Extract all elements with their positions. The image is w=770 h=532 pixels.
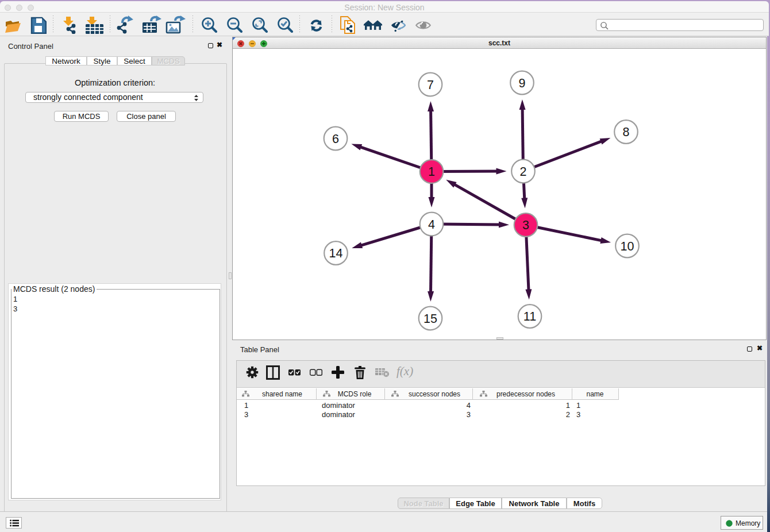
svg-text:3: 3	[522, 218, 529, 232]
svg-text:14: 14	[329, 246, 343, 260]
svg-text:7: 7	[427, 78, 434, 92]
svg-text:15: 15	[424, 312, 437, 326]
svg-text:1: 1	[428, 165, 435, 179]
svg-text:2: 2	[520, 165, 527, 179]
svg-text:9: 9	[519, 76, 526, 90]
svg-text:4: 4	[428, 218, 435, 232]
svg-text:8: 8	[623, 125, 630, 139]
svg-text:11: 11	[523, 310, 536, 323]
svg-text:6: 6	[332, 132, 339, 146]
svg-text:10: 10	[621, 240, 634, 253]
